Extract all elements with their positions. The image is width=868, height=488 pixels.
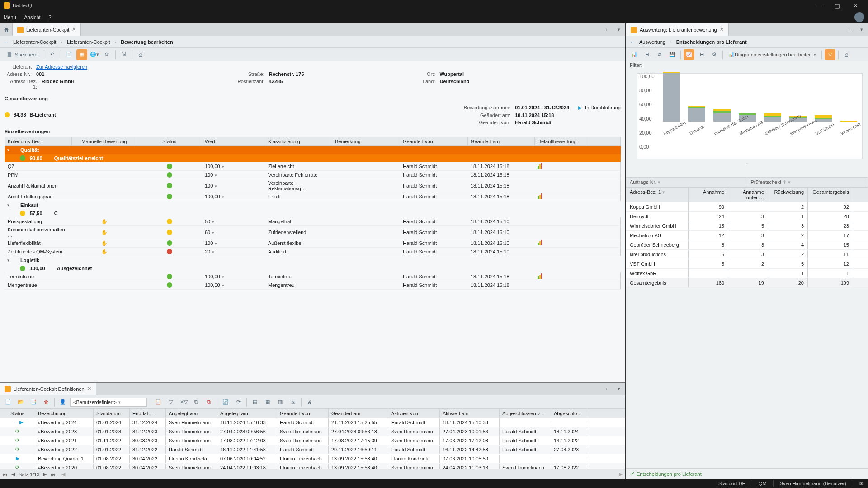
tab-definitionen[interactable]: Lieferanten-Cockpit Definitionen ✕ bbox=[0, 383, 96, 395]
group-button[interactable]: ⧉ bbox=[191, 397, 202, 408]
chart-bar[interactable]: Detroydt bbox=[688, 67, 705, 132]
col-enddatum[interactable]: Enddat… bbox=[130, 409, 166, 418]
tab-menu-button[interactable]: ▾ bbox=[613, 27, 625, 33]
tab-menu-button[interactable]: ▾ bbox=[613, 386, 625, 392]
new-button[interactable]: 📄 bbox=[3, 397, 14, 408]
settings-button[interactable]: ⚙ bbox=[709, 49, 720, 60]
filter-dropdown[interactable]: <Benutzerdefiniert>▾ bbox=[70, 398, 147, 407]
col-rueckweisung[interactable]: Rückweisung bbox=[768, 188, 808, 202]
close-button[interactable]: ✕ bbox=[846, 2, 864, 9]
col-wert[interactable]: Wert bbox=[202, 137, 265, 145]
table-row[interactable]: Gesamtergebnis 160 19 20 199 bbox=[626, 278, 868, 288]
tab-menu-button[interactable]: ▾ bbox=[855, 27, 868, 33]
col-status[interactable]: Status bbox=[137, 137, 202, 145]
diagram-settings-dropdown[interactable]: 📊 Diagrammeinstellungen bearbeiten▾ bbox=[726, 49, 819, 60]
delete-button[interactable]: 🗑 bbox=[41, 397, 52, 408]
filter-button[interactable]: ▽ bbox=[165, 397, 176, 408]
add-tab-button[interactable]: + bbox=[600, 27, 613, 33]
breadcrumb-item[interactable]: Lieferanten-Cockpit bbox=[13, 39, 56, 45]
table-row[interactable]: Anzahl Reklamationen 100▾ Vereinbarte Re… bbox=[5, 179, 621, 192]
navigate-address-link[interactable]: Zur Adresse navigieren bbox=[36, 64, 87, 70]
col-klass[interactable]: Klassifizierung bbox=[265, 137, 332, 145]
group-header[interactable]: ▾Logistik bbox=[5, 256, 621, 264]
pager-first[interactable]: ⏮ bbox=[3, 472, 8, 477]
chart-bar[interactable]: kirei productions bbox=[789, 67, 807, 132]
close-icon[interactable]: ✕ bbox=[720, 27, 724, 33]
col-default[interactable]: Defaultbewertung bbox=[535, 137, 588, 145]
open-button[interactable]: 📂 bbox=[15, 397, 26, 408]
col-status[interactable]: Status bbox=[0, 409, 35, 418]
table-row[interactable]: Kommunikationsverhalten … ✋ 60▾ Zufriede… bbox=[5, 226, 621, 239]
close-icon[interactable]: ✕ bbox=[72, 27, 76, 33]
close-icon[interactable]: ✕ bbox=[87, 386, 91, 392]
save-button[interactable]: Speichern bbox=[3, 49, 41, 60]
clear-filter-button[interactable]: ⨯▽ bbox=[178, 397, 189, 408]
col-geaendert-am[interactable]: Geändert am bbox=[329, 409, 388, 418]
table-row[interactable]: Woltex GbR 1 1 bbox=[626, 269, 868, 278]
print2-button[interactable]: 🖨 bbox=[304, 397, 315, 408]
menu-help[interactable]: ? bbox=[49, 14, 52, 20]
tab-lieferanten-cockpit[interactable]: Lieferanten-Cockpit ✕ bbox=[13, 23, 81, 36]
table-row[interactable]: VST GmbH 5 2 5 12 bbox=[626, 259, 868, 269]
refresh2-button[interactable]: ⟳ bbox=[233, 397, 244, 408]
table-row[interactable]: ▶ Bewertung Quartal 1 01.08.2022 30.04.2… bbox=[0, 454, 625, 463]
mail-icon[interactable]: ✉ bbox=[859, 481, 863, 487]
table-row[interactable]: →▶ #Bewertung 2024 01.01.2024 31.12.2024… bbox=[0, 418, 625, 427]
col-aktiviert-am[interactable]: Aktiviert am bbox=[440, 409, 500, 418]
breadcrumb-item[interactable]: Lieferanten-Cockpit bbox=[67, 39, 110, 45]
auftrags-filter[interactable]: Auftrags-Nr. ▾ bbox=[626, 178, 747, 187]
table-row[interactable]: Wirmelsdorfer GmbH 15 5 3 23 bbox=[626, 221, 868, 231]
col-geaendert-von[interactable]: Geändert von bbox=[400, 137, 468, 145]
home-tab[interactable] bbox=[0, 23, 13, 36]
table-row[interactable]: Gebrüder Schneeberg 8 3 4 15 bbox=[626, 240, 868, 250]
table-row[interactable]: Preisgestaltung ✋ 50▾ Mangelhaft Harald … bbox=[5, 217, 621, 226]
chart-collapse-icon[interactable]: ⌄ bbox=[632, 160, 863, 166]
table-row[interactable]: Termintreue 100,00▾ Termintreu Harald Sc… bbox=[5, 272, 621, 281]
chart-bar[interactable]: Wirmelsdorfer GmbH bbox=[713, 67, 731, 132]
chart-bar[interactable]: Mechatron AG bbox=[739, 67, 756, 132]
col-annahme-unter[interactable]: Annahme unter … bbox=[728, 188, 768, 202]
chart2-button[interactable]: ⊞ bbox=[642, 49, 652, 60]
export-button[interactable]: ⇲ bbox=[118, 49, 129, 60]
back-button[interactable]: ← bbox=[4, 39, 9, 45]
chart-bar[interactable]: Woltex GbR bbox=[840, 67, 857, 132]
table-row[interactable]: QZ 100,00▾ Ziel erreicht Harald Schmidt … bbox=[5, 162, 621, 171]
table-row[interactable]: ⟳ #Bewertung 2022 01.01.2022 31.12.2022 … bbox=[0, 445, 625, 454]
col-bemerkung[interactable]: Bemerkung bbox=[332, 137, 400, 145]
table-row[interactable]: ⟳ #Bewertung 2021 01.11.2022 30.03.2023 … bbox=[0, 436, 625, 445]
maximize-button[interactable]: ▢ bbox=[828, 2, 846, 9]
table-row[interactable]: ⟳ #Bewertung 2023 01.01.2023 31.12.2023 … bbox=[0, 427, 625, 436]
print-button[interactable]: 🖨 bbox=[135, 49, 146, 60]
chart-bar[interactable]: Koppa GmbH bbox=[663, 67, 680, 132]
layout1-button[interactable]: ▤ bbox=[250, 397, 260, 408]
col-geaendert-von[interactable]: Geändert von bbox=[277, 409, 329, 418]
col-adressbez[interactable]: Adress-Bez. 1 ▾ bbox=[626, 188, 689, 202]
col-geaendert-am[interactable]: Geändert am bbox=[468, 137, 535, 145]
col-aktiviert-von[interactable]: Aktiviert von bbox=[388, 409, 440, 418]
group-header[interactable]: ▾Einkauf bbox=[5, 201, 621, 209]
chart-active-button[interactable]: 📈 bbox=[684, 49, 694, 60]
layout3-button[interactable]: ▥ bbox=[275, 397, 286, 408]
table-row[interactable]: Mechatron AG 12 3 2 17 bbox=[626, 231, 868, 240]
globe-button[interactable]: 🌐▾ bbox=[89, 49, 100, 60]
col-gesamt[interactable]: Gesamtergebnis bbox=[808, 188, 853, 202]
table-row[interactable]: ⟳ #Bewertung 2020 01.08.2022 30.04.2022 … bbox=[0, 463, 625, 469]
undo-button[interactable]: ↶ bbox=[47, 49, 58, 60]
col-abgeschlossen-von[interactable]: Abgeschlossen v… bbox=[500, 409, 551, 418]
pivot-button[interactable]: ⊟ bbox=[696, 49, 707, 60]
chart1-button[interactable]: 📊 bbox=[629, 49, 640, 60]
col-angelegt-am[interactable]: Angelegt am bbox=[217, 409, 277, 418]
table-row[interactable]: Mengentreue 100,00▾ Mengentreu Harald Sc… bbox=[5, 281, 621, 290]
copy-button[interactable]: 📑 bbox=[28, 397, 39, 408]
chart-bar[interactable]: VST GmbH bbox=[815, 67, 832, 132]
pager-next[interactable]: ▶ bbox=[43, 471, 47, 477]
add-tab-button[interactable]: + bbox=[600, 386, 613, 392]
col-startdatum[interactable]: Startdatum bbox=[94, 409, 130, 418]
col-angelegt-von[interactable]: Angelegt von bbox=[166, 409, 217, 418]
filter-toggle-button[interactable]: ▽ bbox=[825, 49, 835, 60]
view-toggle-button[interactable]: ▦ bbox=[76, 49, 87, 60]
menu-ansicht[interactable]: Ansicht bbox=[24, 14, 41, 20]
chart-bar[interactable]: Gebrüder Schneeberg bbox=[764, 67, 781, 132]
table-row[interactable]: Audit-Erfüllungsgrad 100,00▾ Erfüllt Har… bbox=[5, 192, 621, 201]
avatar[interactable] bbox=[854, 12, 864, 22]
